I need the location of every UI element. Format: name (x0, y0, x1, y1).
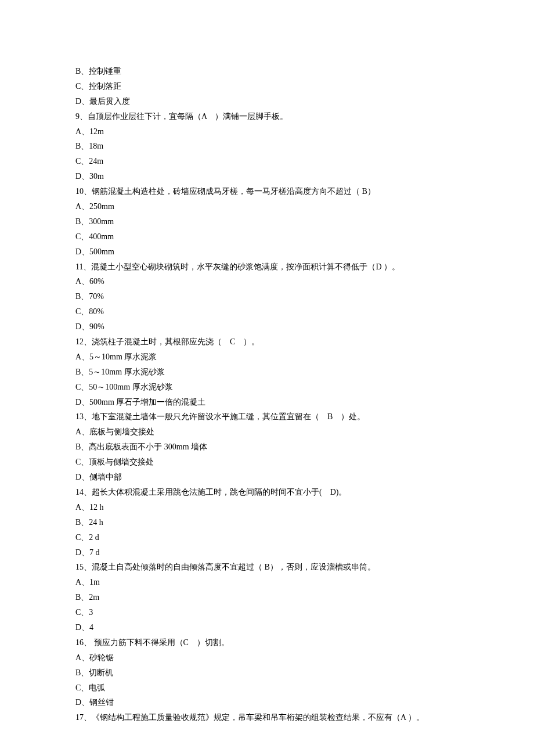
text-line: D、30m (75, 169, 459, 184)
text-line: A、底板与侧墙交接处 (75, 424, 459, 440)
text-line: 11、混凝土小型空心砌块砌筑时，水平灰缝的砂浆饱满度，按净面积计算不得低于（D … (75, 260, 459, 275)
text-line: D、最后贯入度 (75, 94, 459, 109)
text-line: 12、浇筑柱子混凝土时，其根部应先浇（ C ）。 (75, 334, 459, 350)
text-line: 17、《钢结构工程施工质量验收规范》规定，吊车梁和吊车桁架的组装检查结果，不应有… (75, 710, 459, 725)
text-line: B、70% (75, 289, 459, 304)
text-line: B、18m (75, 139, 459, 154)
text-line: B、24 h (75, 515, 459, 530)
text-line: 13、地下室混凝土墙体一般只允许留设水平施工缝，其位置宜留在（ B ）处。 (75, 409, 459, 424)
document-page: B、控制锤重 C、控制落距 D、最后贯入度 9、自顶层作业层往下计，宜每隔（A … (0, 0, 534, 756)
text-line: A、250mm (75, 199, 459, 214)
text-line: D、7 d (75, 545, 459, 560)
text-line: C、50～100mm 厚水泥砂浆 (75, 380, 459, 395)
text-line: A、12 h (75, 500, 459, 515)
text-line: D、500mm 厚石子增加一倍的混凝土 (75, 395, 459, 410)
text-line: C、控制落距 (75, 79, 459, 94)
text-line: C、3 (75, 605, 459, 620)
text-line: C、2 d (75, 530, 459, 545)
text-line: B、5～10mm 厚水泥砂浆 (75, 365, 459, 380)
text-line: B、控制锤重 (75, 64, 459, 79)
text-line: A、1m (75, 575, 459, 590)
text-line: D、500mm (75, 244, 459, 260)
text-line: D、侧墙中部 (75, 470, 459, 485)
text-line: A、60% (75, 274, 459, 289)
text-line: A、5～10mm 厚水泥浆 (75, 350, 459, 365)
text-line: C、400mm (75, 229, 459, 244)
text-line: D、90% (75, 319, 459, 334)
text-line: B、2m (75, 590, 459, 605)
text-line: D、钢丝钳 (75, 695, 459, 710)
text-line: 14、超长大体积混凝土采用跳仓法施工时，跳仓间隔的时间不宜小于( D)。 (75, 485, 459, 500)
text-line: 16、 预应力筋下料不得采用（C ）切割。 (75, 635, 459, 650)
text-line: 9、自顶层作业层往下计，宜每隔（A ）满铺一层脚手板。 (75, 109, 459, 124)
text-line: C、顶板与侧墙交接处 (75, 455, 459, 470)
text-line: C、24m (75, 154, 459, 169)
text-line: 10、钢筋混凝土构造柱处，砖墙应砌成马牙槎，每一马牙槎沿高度方向不超过（ B） (75, 184, 459, 199)
text-line: C、电弧 (75, 681, 459, 696)
text-line: A、砂轮锯 (75, 650, 459, 665)
text-line: 15、混凝土自高处倾落时的自由倾落高度不宜超过（ B），否则，应设溜槽或串筒。 (75, 560, 459, 575)
text-line: D、4 (75, 620, 459, 635)
text-line: B、高出底板表面不小于 300mm 墙体 (75, 440, 459, 455)
text-line: B、300mm (75, 214, 459, 229)
text-line: A、12m (75, 124, 459, 139)
text-line: C、80% (75, 304, 459, 319)
text-line: B、切断机 (75, 665, 459, 681)
